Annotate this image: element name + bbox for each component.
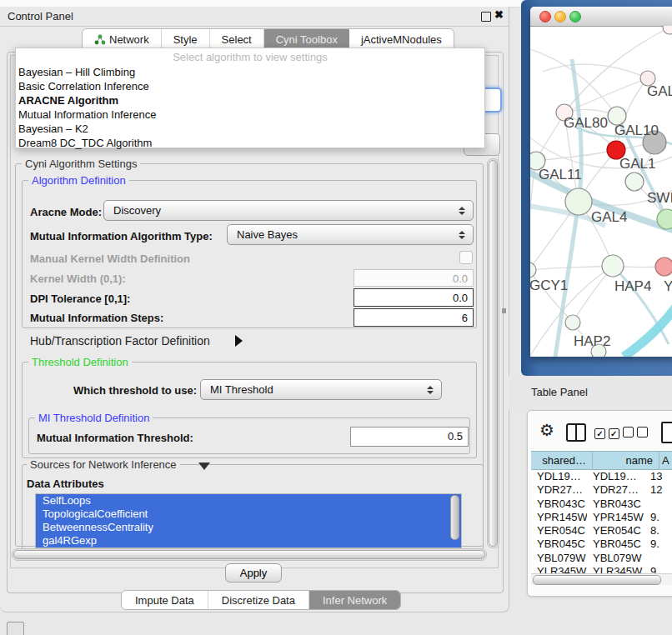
which-threshold-combo[interactable]: MI Threshold xyxy=(200,379,442,400)
close-window-icon[interactable] xyxy=(539,11,551,22)
tab-label: Network xyxy=(109,33,149,46)
minimize-window-icon[interactable] xyxy=(554,11,566,22)
cell: YBR045C xyxy=(531,538,587,551)
list-scrollbar[interactable] xyxy=(450,495,459,540)
kernel-width-input[interactable]: 0.0 xyxy=(354,269,474,287)
algorithm-dropdown-hint: Select algorithm to view settings xyxy=(16,51,484,63)
algorithm-option[interactable]: Basic Correlation Inference xyxy=(18,79,149,93)
teal-edges xyxy=(530,59,672,357)
algorithm-option[interactable]: Bayesian – K2 xyxy=(18,122,88,136)
table-row[interactable]: YER054CYER054C8. xyxy=(531,524,672,538)
network-view[interactable]: GAL GAL80 GAL10 GAL1 GAL11 SWI4 GAL4 GCY… xyxy=(530,26,672,357)
which-threshold-value: MI Threshold xyxy=(201,383,427,396)
page-icon[interactable] xyxy=(661,422,672,443)
mi-threshold-input[interactable]: 0.5 xyxy=(350,427,469,447)
node-salmon[interactable] xyxy=(655,258,672,276)
table-horizontal-scrollbar[interactable] xyxy=(531,573,672,585)
tab-discretize-data[interactable]: Discretize Data xyxy=(208,591,309,609)
select-all-icon[interactable]: ✓ ✓ xyxy=(594,427,619,439)
split-pane-handle[interactable] xyxy=(502,308,506,313)
cell: 8. xyxy=(648,524,668,538)
cell xyxy=(648,498,668,511)
hub-definition-label: Hub/Transcription Factor Definition xyxy=(30,334,210,348)
column-header-shared-name[interactable]: shared… xyxy=(531,452,593,469)
list-item[interactable]: gal4RGexp xyxy=(36,534,461,548)
network-window: GAL GAL80 GAL10 GAL1 GAL11 SWI4 GAL4 GCY… xyxy=(530,7,672,357)
cell xyxy=(648,552,668,565)
network-window-titlebar xyxy=(530,7,672,27)
aracne-mode-value: Discovery xyxy=(104,204,459,217)
node-gcy1[interactable] xyxy=(530,262,536,278)
deselect-all-icon[interactable] xyxy=(623,427,648,440)
algorithm-option[interactable]: Bayesian – Hill Climbing xyxy=(18,65,135,79)
node-swi4[interactable] xyxy=(625,172,644,191)
tab-label: Style xyxy=(173,33,198,46)
apply-button[interactable]: Apply xyxy=(225,563,282,582)
node-label-gal7: GAL xyxy=(647,83,672,99)
table-panel: ⚙ ✓ ✓ shared… name A YDL19…YDL19…13 YDR2… xyxy=(527,410,672,597)
cyni-algorithm-settings-title: Cyni Algorithm Settings xyxy=(22,158,140,170)
cell: 13 xyxy=(648,470,668,483)
cell: YPR145W xyxy=(531,511,587,524)
settings-vertical-scrollbar[interactable] xyxy=(487,158,499,548)
dpi-tolerance-input[interactable]: 0.0 xyxy=(354,288,474,307)
tab-label: Discretize Data xyxy=(222,594,295,607)
column-header-name[interactable]: name xyxy=(593,452,659,469)
table-row[interactable]: YBR045CYBR045C9. xyxy=(531,538,672,551)
gear-icon[interactable]: ⚙ xyxy=(539,422,554,438)
node-label-swi4: SWI4 xyxy=(647,190,672,206)
zoom-window-icon[interactable] xyxy=(569,11,581,22)
node-gal4[interactable] xyxy=(565,188,592,215)
mi-steps-input[interactable]: 6 xyxy=(354,308,474,327)
mi-type-combo[interactable]: Naive Bayes xyxy=(227,224,474,245)
cell: YBR045C xyxy=(587,538,648,551)
list-item[interactable]: SelfLoops xyxy=(36,494,461,508)
float-panel-icon[interactable] xyxy=(481,12,491,22)
node-label-hap2: HAP2 xyxy=(574,333,610,349)
bottom-tabbar: Impute Data Discretize Data Infer Networ… xyxy=(121,590,401,610)
tab-infer-network[interactable]: Infer Network xyxy=(309,591,400,609)
tab-label: Select xyxy=(222,33,252,46)
data-attributes-list[interactable]: SelfLoops TopologicalCoefficient Between… xyxy=(35,493,462,548)
manual-kernel-checkbox[interactable] xyxy=(459,251,473,264)
algorithm-option[interactable]: Dream8 DC_TDC Algorithm xyxy=(18,136,152,150)
node-hap4[interactable] xyxy=(602,255,624,277)
minimized-panel-icon[interactable] xyxy=(7,622,24,635)
node-label-gal4: GAL4 xyxy=(591,209,627,225)
column-header-cut[interactable]: A xyxy=(659,452,672,469)
list-item[interactable]: TopologicalCoefficient xyxy=(36,508,461,521)
table-row[interactable]: YPR145WYPR145W9. xyxy=(531,511,672,524)
algorithm-option[interactable]: Mutual Information Inference xyxy=(18,108,156,122)
aracne-mode-label: Aracne Mode: xyxy=(30,206,102,218)
list-item[interactable]: BetweennessCentrality xyxy=(36,521,461,534)
split-columns-icon[interactable] xyxy=(566,423,586,442)
node-hap2[interactable] xyxy=(565,315,580,330)
node-green-right[interactable] xyxy=(657,209,672,229)
expand-arrow-icon[interactable] xyxy=(235,335,243,347)
table-row[interactable]: YDL19…YDL19…13 xyxy=(531,470,672,483)
control-panel-titlebar: Control Panel ✖ xyxy=(0,7,509,27)
tab-label: jActiveMNodules xyxy=(361,33,442,46)
node-label-gal1: GAL1 xyxy=(619,156,655,172)
close-panel-icon[interactable]: ✖ xyxy=(494,8,504,21)
stepper-icon xyxy=(459,231,465,239)
stepper-icon xyxy=(427,386,434,394)
table-row[interactable]: YDR27…YDR27…12 xyxy=(531,483,672,497)
mi-type-value: Naive Bayes xyxy=(228,228,459,241)
settings-horizontal-scrollbar[interactable] xyxy=(12,548,487,561)
tab-impute-data[interactable]: Impute Data xyxy=(122,591,208,609)
node-label-y: Y xyxy=(664,278,672,294)
cell: YDR27… xyxy=(531,483,587,497)
node-cut-top[interactable] xyxy=(663,26,672,34)
table-row[interactable]: YBR043CYBR043C xyxy=(531,498,672,511)
table-row[interactable]: YLR345WYLR345W9. xyxy=(531,565,672,573)
cell: YLR345W xyxy=(587,565,648,573)
aracne-mode-combo[interactable]: Discovery xyxy=(103,200,474,221)
cell: YPR145W xyxy=(587,511,648,524)
cell: 9. xyxy=(648,565,668,573)
cell: YBR043C xyxy=(587,498,648,511)
algorithm-option-selected[interactable]: ARACNE Algorithm xyxy=(18,93,118,108)
table-row[interactable]: YBL079WYBL079W xyxy=(531,552,672,565)
collapse-arrow-icon[interactable] xyxy=(198,462,210,470)
algorithm-definition-title: Algorithm Definition xyxy=(28,174,129,187)
